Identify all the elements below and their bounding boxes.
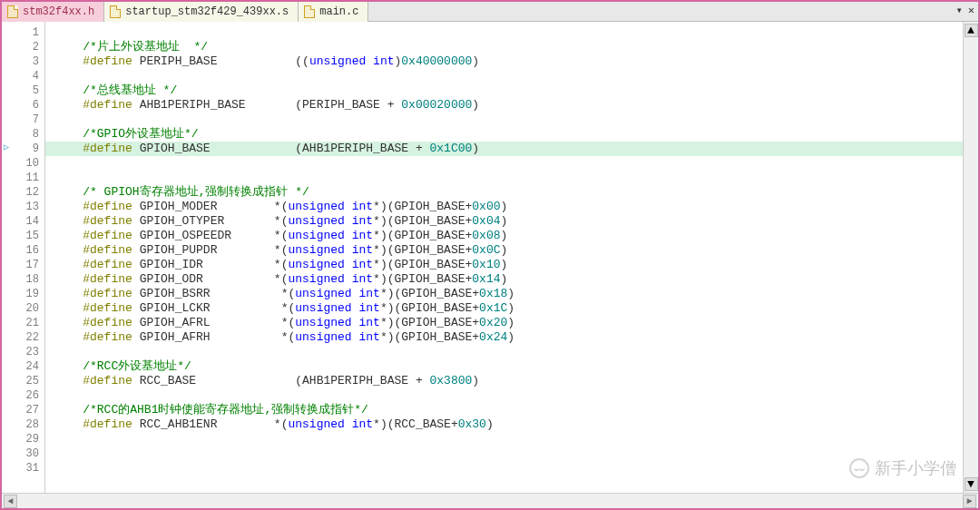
line-number: 25 [15,374,39,388]
code-line[interactable]: #define GPIOH_IDR *(unsigned int*)(GPIOH… [54,258,963,272]
code-line[interactable] [54,25,963,40]
code-line[interactable] [54,113,963,127]
close-tab-icon[interactable]: ✕ [968,4,975,17]
code-lines[interactable]: /*片上外设基地址 */ #define PERIPH_BASE ((unsig… [45,22,963,493]
line-number: 19 [15,287,39,301]
code-line[interactable] [54,69,963,83]
file-icon [110,5,121,18]
line-number: 7 [15,113,39,127]
code-line[interactable]: /*RCC的AHB1时钟使能寄存器地址,强制转换成指针*/ [54,403,963,417]
code-line[interactable]: #define GPIOH_BSRR *(unsigned int*)(GPIO… [54,287,963,301]
scroll-up-icon[interactable]: ▲ [965,24,978,37]
editor-window: stm32f4xx.hstartup_stm32f429_439xx.smain… [0,0,980,510]
editor-wrap: 1234567891011121314151617181920212223242… [2,22,978,508]
line-number: 30 [15,446,39,461]
scroll-down-icon[interactable]: ▼ [965,477,978,491]
code-line[interactable]: #define AHB1PERIPH_BASE (PERIPH_BASE + 0… [54,98,963,113]
line-number: 16 [15,243,39,258]
line-number: 29 [15,432,39,446]
line-number: 20 [15,301,39,316]
line-number: 3 [15,54,39,69]
wechat-icon [849,458,869,478]
file-icon [304,5,315,18]
line-number: 27 [15,403,39,417]
line-number: 13 [15,200,39,214]
line-number: 23 [15,345,39,359]
line-number: 9 [15,142,39,156]
line-number: 5 [15,83,39,98]
code-line[interactable]: #define GPIOH_LCKR *(unsigned int*)(GPIO… [54,301,963,316]
tab-main-c[interactable]: main.c [299,2,368,22]
code-line[interactable]: #define GPIOH_OTYPER *(unsigned int*)(GP… [54,214,963,229]
tab-startup-stm32f429-439xx-s[interactable]: startup_stm32f429_439xx.s [104,2,299,22]
code-line[interactable]: /*GPIO外设基地址*/ [54,127,963,142]
code-line[interactable]: /*片上外设基地址 */ [54,40,963,54]
code-line[interactable]: #define GPIOH_OSPEEDR *(unsigned int*)(G… [54,229,963,243]
code-line[interactable]: #define GPIOH_ODR *(unsigned int*)(GPIOH… [54,272,963,287]
line-number: 22 [15,330,39,345]
code-line[interactable]: /* GPIOH寄存器地址,强制转换成指针 */ [54,185,963,200]
tab-label: stm32f4xx.h [23,5,94,18]
line-number: 12 [15,185,39,200]
code-line[interactable]: #define RCC_BASE (AHB1PERIPH_BASE + 0x38… [54,374,963,388]
line-number: 28 [15,417,39,432]
line-number: 10 [15,156,39,171]
code-line[interactable] [54,156,963,171]
code-line[interactable] [54,461,963,476]
scroll-left-icon[interactable]: ◄ [4,495,17,508]
line-number: 4 [15,69,39,83]
tabbar-controls: ▾ ✕ [956,4,975,17]
tab-stm32f4xx-h[interactable]: stm32f4xx.h [2,2,104,22]
code-line[interactable] [54,388,963,403]
line-number: 1 [15,25,39,40]
code-line[interactable]: #define GPIOH_MODER *(unsigned int*)(GPI… [54,200,963,214]
line-number: 26 [15,388,39,403]
file-icon [7,5,18,18]
line-number: 24 [15,359,39,374]
code-line[interactable]: #define GPIOH_AFRH *(unsigned int*)(GPIO… [54,330,963,345]
code-line[interactable]: /*RCC外设基地址*/ [54,359,963,374]
tab-label: startup_stm32f429_439xx.s [125,5,289,18]
scrollbar-vertical[interactable]: ▲ ▼ [963,22,978,493]
line-number: 21 [15,316,39,330]
code-line[interactable] [54,432,963,446]
scroll-right-icon[interactable]: ► [963,495,976,508]
code-line[interactable] [54,171,963,185]
line-number: 31 [15,461,39,476]
line-number: 15 [15,229,39,243]
code-line[interactable]: #define PERIPH_BASE ((unsigned int)0x400… [54,54,963,69]
code-line[interactable]: #define GPIOH_AFRL *(unsigned int*)(GPIO… [54,316,963,330]
line-number: 2 [15,40,39,54]
code-area[interactable]: 1234567891011121314151617181920212223242… [2,22,963,493]
line-number: 8 [15,127,39,142]
line-number: 17 [15,258,39,272]
code-line[interactable]: #define RCC_AHB1ENR *(unsigned int*)(RCC… [54,417,963,432]
watermark-text: 新手小学僧 [875,457,956,479]
current-line-marker-icon: ▷ [4,142,9,152]
line-number: 6 [15,98,39,113]
tabs-dropdown-icon[interactable]: ▾ [956,4,963,17]
line-gutter: 1234567891011121314151617181920212223242… [2,22,45,493]
tab-bar: stm32f4xx.hstartup_stm32f429_439xx.smain… [2,2,978,22]
code-line[interactable]: #define GPIOH_PUPDR *(unsigned int*)(GPI… [54,243,963,258]
tab-label: main.c [319,5,358,18]
line-number: 11 [15,171,39,185]
code-line[interactable]: #define GPIOH_BASE (AHB1PERIPH_BASE + 0x… [45,142,963,156]
scrollbar-horizontal[interactable]: ◄ ► [2,493,978,508]
line-number: 18 [15,272,39,287]
line-number: 14 [15,214,39,229]
watermark: 新手小学僧 [849,457,956,479]
code-line[interactable] [54,446,963,461]
code-line[interactable] [54,345,963,359]
code-line[interactable]: /*总线基地址 */ [54,83,963,98]
